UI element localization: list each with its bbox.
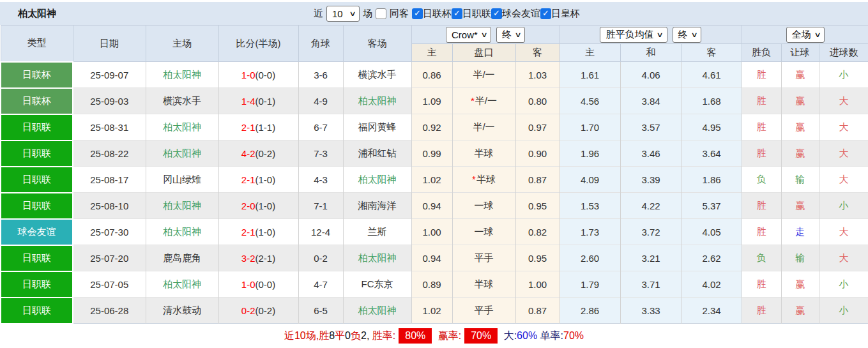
goals-result-cell: 小 — [819, 193, 868, 219]
home-team-name: 柏太阳神 — [163, 69, 201, 80]
home-team-cell[interactable]: 横滨水手 — [146, 88, 218, 114]
odds-away-cell: 1.03 — [515, 62, 560, 88]
score-cell: 0-2(0-2) — [218, 298, 298, 324]
fulltime-score: 1-0 — [241, 279, 255, 290]
result-sub-header: 胜负 — [742, 44, 781, 62]
away-team-cell[interactable]: 柏太阳神 — [343, 88, 411, 114]
odds-company-select[interactable]: Crow* ∨ — [446, 27, 491, 43]
league-type-badge: 日职联 — [1, 271, 73, 298]
home-team-cell[interactable]: 柏太阳神 — [146, 271, 218, 298]
away-team-cell[interactable]: 横滨水手 — [343, 62, 411, 88]
date-cell: 25-07-30 — [73, 219, 146, 245]
handicap-line: 平手 — [475, 252, 494, 263]
fulltime-score: 0-2 — [241, 305, 255, 316]
home-team-cell[interactable]: 柏太阳神 — [146, 193, 218, 219]
away-team-cell[interactable]: 浦和红钻 — [343, 140, 411, 167]
league-checkbox[interactable]: ✓ — [491, 8, 502, 19]
halftime-score: (1-1) — [255, 122, 276, 133]
winloss-result-cell: 胜 — [742, 140, 781, 167]
date-cell: 25-09-03 — [73, 88, 146, 114]
date-cell: 25-07-20 — [73, 245, 146, 271]
halftime-score: (0-2) — [255, 148, 276, 159]
handicap-line: 半球 — [475, 278, 494, 289]
handicap-line: 半/一 — [473, 69, 494, 80]
away-team-cell[interactable]: 柏太阳神 — [343, 245, 411, 271]
table-row: 日职联25-08-17冈山绿雉2-1(1-0)4-3柏太阳神1.02*半球0.8… — [1, 167, 868, 193]
corner-cell: 4-9 — [298, 88, 343, 114]
recent-count-select[interactable]: 10 ∨ — [326, 6, 360, 22]
avg-home-odds-cell: 2.60 — [560, 245, 620, 271]
league-type-badge: 日职联 — [1, 245, 73, 271]
chevron-down-icon: ∨ — [690, 31, 697, 39]
away-team-cell[interactable]: 兰斯 — [343, 219, 411, 245]
away-team-name: FC东京 — [362, 278, 393, 289]
home-team-cell[interactable]: 鹿岛鹿角 — [146, 245, 218, 271]
odds-sub-header: 主 — [411, 44, 452, 62]
home-team-cell[interactable]: 柏太阳神 — [146, 114, 218, 140]
same-away-checkbox[interactable] — [376, 8, 386, 19]
goals-result-cell: 大 — [819, 245, 868, 271]
avg-type-value: 胜平负均值 — [605, 29, 653, 41]
odds-home-cell: 0.99 — [411, 140, 452, 167]
league-checkbox[interactable]: ✓ — [452, 8, 462, 19]
home-team-name: 清水鼓动 — [163, 305, 201, 315]
date-cell: 25-08-10 — [73, 193, 146, 219]
avg-sub-header: 和 — [620, 44, 681, 62]
odds-time-select[interactable]: 终 ∨ — [496, 27, 525, 43]
avg-time-select[interactable]: 终 ∨ — [673, 27, 701, 43]
home-team-cell[interactable]: 柏太阳神 — [146, 62, 218, 88]
away-team-cell[interactable]: 福冈黄蜂 — [343, 114, 411, 140]
result-group-header: 全场 ∨ — [742, 26, 868, 44]
result-scope-select[interactable]: 全场 ∨ — [786, 27, 825, 43]
home-team-name: 横滨水手 — [163, 95, 201, 106]
handicap-cell: *半球 — [452, 167, 515, 193]
away-team-cell[interactable]: FC东京 — [343, 271, 411, 298]
corner-cell: 3-6 — [298, 62, 343, 88]
odds-away-cell: 0.87 — [515, 167, 560, 193]
home-team-cell[interactable]: 清水鼓动 — [146, 298, 218, 324]
handicap-line: 半/一 — [473, 121, 494, 132]
avg-type-select[interactable]: 胜平负均值 ∨ — [600, 27, 667, 43]
date-cell: 25-07-05 — [73, 271, 146, 298]
date-cell: 25-08-22 — [73, 140, 146, 167]
handicap-result-cell: 输 — [781, 245, 819, 271]
league-checkbox[interactable]: ✓ — [412, 8, 423, 19]
score-cell: 3-2(2-1) — [218, 245, 298, 271]
odds-away-cell: 0.80 — [515, 88, 560, 114]
handicap-result-cell: 赢 — [781, 62, 819, 88]
league-checkbox[interactable]: ✓ — [540, 8, 551, 19]
handicap-result-cell: 赢 — [781, 271, 819, 298]
odds-sub-header: 客 — [515, 44, 560, 62]
away-team-name: 湘南海洋 — [358, 200, 397, 211]
avg-away-odds-cell: 2.62 — [681, 245, 742, 271]
away-team-cell[interactable]: 湘南海洋 — [343, 193, 411, 219]
date-cell: 25-08-31 — [73, 114, 146, 140]
league-type-badge: 日职联 — [1, 140, 73, 167]
odds-company-value: Crow* — [452, 29, 478, 40]
games-label: 场 — [363, 8, 372, 20]
avg-draw-odds-cell: 3.39 — [620, 167, 681, 193]
fulltime-score: 1-0 — [241, 70, 255, 80]
avg-draw-odds-cell: 3.71 — [620, 271, 681, 298]
table-row: 日职联25-07-20鹿岛鹿角3-2(2-1)0-2柏太阳神0.94平手0.95… — [1, 245, 868, 271]
winloss-result-cell: 胜 — [742, 62, 781, 88]
match-history-panel: 柏太阳神 近 10 ∨ 场 同客 ✓日联杯✓日职联✓球会友谊✓日皇杯 类型 日期 — [0, 0, 868, 348]
league-type-badge: 球会友谊 — [1, 219, 73, 245]
avg-sub-header: 主 — [560, 44, 620, 62]
goals-result-cell: 大 — [819, 167, 868, 193]
odds-time-value: 终 — [502, 29, 512, 41]
league-type-badge: 日职联 — [1, 114, 73, 140]
away-team-cell[interactable]: 柏太阳神 — [343, 298, 411, 324]
summary-text: 平 — [335, 329, 345, 343]
home-team-cell[interactable]: 冈山绿雉 — [146, 167, 218, 193]
goals-result-cell: 小 — [819, 298, 868, 324]
home-team-cell[interactable]: 柏太阳神 — [146, 219, 218, 245]
summary-text: 胜率: — [372, 329, 395, 343]
summary-text: , — [367, 330, 372, 342]
handicap-cell: *半/一 — [452, 88, 515, 114]
handicap-cell: 半球 — [452, 271, 515, 298]
away-team-cell[interactable]: 柏太阳神 — [343, 167, 411, 193]
corner-cell: 6-5 — [298, 298, 343, 324]
home-team-cell[interactable]: 柏太阳神 — [146, 140, 218, 167]
odds-home-cell: 0.89 — [411, 271, 452, 298]
